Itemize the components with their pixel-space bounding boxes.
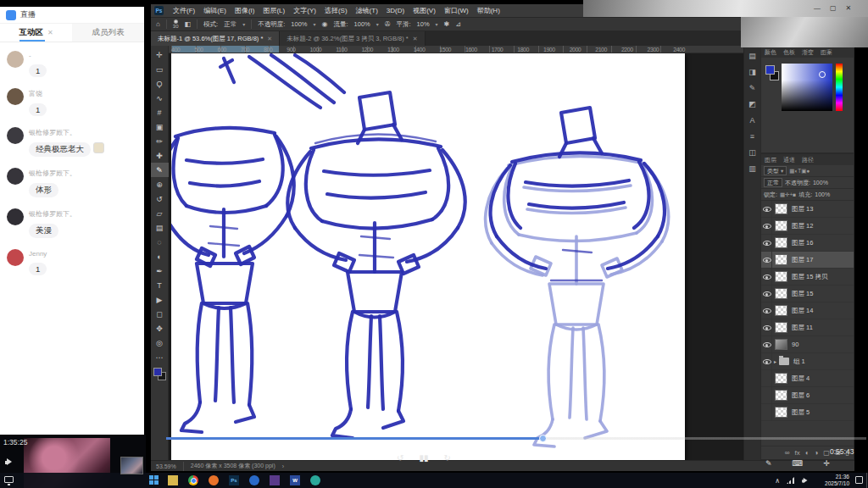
panel-tab[interactable]: 通道 [780, 154, 798, 165]
brush-angle-icon[interactable]: ⊿ [455, 20, 461, 28]
airbrush-icon[interactable]: ✇ [385, 20, 391, 28]
layer-row[interactable]: ▸ 90 [761, 336, 854, 353]
video-progress-bar[interactable] [166, 437, 866, 440]
collapsed-panel-icon-3[interactable]: ✎ [749, 85, 756, 92]
fill-value[interactable]: 100% [815, 191, 830, 197]
panel-tab[interactable]: 渐变 [798, 47, 817, 58]
home-icon[interactable]: ⌂ [156, 20, 160, 28]
filter-kind-icon[interactable]: ● [806, 168, 810, 174]
visibility-toggle[interactable] [761, 387, 772, 404]
panel-tab[interactable]: 图案 [817, 47, 836, 58]
visibility-toggle[interactable] [761, 235, 772, 252]
taskbar-app-word[interactable]: W [290, 475, 300, 485]
taskbar-app-edge[interactable] [249, 475, 259, 485]
taskbar-app-purple[interactable] [270, 475, 280, 485]
layer-row[interactable]: ▸ 图层 14 [761, 302, 854, 319]
avatar[interactable] [7, 127, 24, 144]
visibility-toggle[interactable] [761, 201, 772, 218]
blend-mode-dropdown[interactable]: 正常 [764, 178, 782, 187]
avatar[interactable] [7, 51, 24, 68]
tray-expand-icon[interactable]: ∧ [775, 477, 780, 485]
taskbar-clock[interactable]: 21:36 2025/7/10 [825, 474, 849, 487]
tool-clone-stamp[interactable]: ⊕ [151, 177, 169, 191]
minimize-button[interactable]: — [814, 5, 821, 12]
menu-item[interactable]: 文字(Y) [289, 4, 320, 17]
layer-row[interactable]: ▸ 组 1 [761, 353, 854, 370]
tool-crop[interactable]: # [151, 105, 169, 119]
foreground-color-swatch[interactable] [765, 65, 775, 75]
overlay-pen-icon[interactable]: ✎ [765, 459, 772, 468]
tool-quick-select[interactable]: ∿ [151, 91, 169, 105]
hue-slider[interactable] [836, 64, 843, 111]
layer-row[interactable]: ▸ 图层 13 [761, 201, 854, 218]
menu-item[interactable]: 文件(F) [169, 4, 199, 17]
close-button[interactable]: ✕ [846, 5, 852, 12]
avatar[interactable] [7, 249, 24, 266]
panel-fg-bg-swatches[interactable] [765, 64, 778, 111]
layer-row[interactable]: ▸ 图层 6 [761, 387, 854, 404]
tab-interaction[interactable]: 互动区 ✕ [0, 24, 72, 42]
edit-toolbar-icon[interactable]: ⋯ [151, 350, 169, 364]
taskbar-app-chrome[interactable] [188, 475, 198, 485]
smoothing-value[interactable]: 10% [417, 20, 430, 28]
tool-marquee[interactable]: ▭ [151, 62, 169, 76]
tool-pen[interactable]: ✒ [151, 263, 169, 278]
menu-item[interactable]: 选择(S) [320, 4, 352, 17]
collapsed-panel-icon-6[interactable]: ≡ [750, 133, 754, 141]
document-tab[interactable]: 未标题-2 @ 36.2%(图层 3 拷贝 3, RGB/8) * ✕ [280, 31, 425, 46]
tool-frame[interactable]: ▣ [151, 119, 169, 134]
link-layers-icon[interactable]: ∞ [785, 450, 790, 457]
layer-mask-icon[interactable]: ◐ [805, 450, 810, 457]
group-expand-icon[interactable]: ▸ [774, 358, 776, 364]
tool-move[interactable]: ✛ [151, 47, 169, 62]
menu-item[interactable]: 帮助(H) [473, 4, 504, 17]
tool-healing[interactable]: ✚ [151, 148, 169, 163]
layer-effects-icon[interactable]: fx [794, 450, 799, 457]
visibility-toggle[interactable] [761, 286, 772, 302]
menu-item[interactable]: 3D(D) [382, 4, 409, 17]
tool-eraser[interactable]: ▱ [151, 206, 169, 220]
taskbar-app-photoshop[interactable]: Ps [229, 475, 239, 485]
panel-tab[interactable]: 路径 [798, 154, 817, 165]
display-icon[interactable] [4, 476, 14, 483]
rewind-button[interactable]: ↺ [397, 453, 403, 463]
collapsed-panel-icon-4[interactable]: ◩ [748, 101, 756, 108]
tool-history-brush[interactable]: ↺ [151, 191, 169, 206]
foreground-background-swatches[interactable] [153, 368, 166, 380]
tool-gradient[interactable]: ▤ [151, 220, 169, 235]
chevron-down-icon[interactable]: ▾ [313, 21, 315, 27]
filter-type-dropdown[interactable]: 类型 ▾ [764, 166, 787, 175]
layer-row[interactable]: ▸ 图层 15 [761, 286, 854, 302]
visibility-toggle[interactable] [761, 302, 772, 319]
chevron-down-icon[interactable]: ▾ [436, 21, 438, 27]
progress-handle[interactable] [539, 435, 547, 442]
taskbar-app-explorer[interactable] [168, 475, 178, 485]
opacity-value[interactable]: 100% [291, 20, 307, 28]
tool-shape[interactable]: ◻ [151, 307, 169, 321]
visibility-toggle[interactable] [761, 404, 772, 421]
layer-row[interactable]: ▸ 图层 15 拷贝 [761, 269, 854, 286]
network-icon[interactable] [787, 477, 794, 484]
chevron-down-icon[interactable]: ▾ [376, 21, 379, 27]
avatar[interactable] [7, 88, 24, 105]
zoom-level[interactable]: 53.59% [156, 463, 176, 469]
action-center-icon[interactable] [855, 476, 863, 484]
pressure-opacity-icon[interactable]: ◉ [322, 20, 328, 28]
tool-lasso[interactable]: Ϙ [151, 76, 169, 91]
layer-row[interactable]: ▸ 图层 12 [761, 218, 854, 235]
tool-brush[interactable]: ✎ [151, 163, 169, 177]
tab-member-list[interactable]: 成员列表 [72, 24, 144, 42]
tool-type[interactable]: T [151, 278, 169, 292]
smoothing-gear-icon[interactable]: ✱ [444, 20, 450, 28]
tool-hand[interactable]: ✥ [151, 321, 169, 336]
collapsed-panel-icon-5[interactable]: A [749, 117, 754, 125]
layer-row[interactable]: ▸ 图层 11 [761, 319, 854, 336]
menu-item[interactable]: 滤镜(T) [352, 4, 382, 17]
panel-tab[interactable]: 色板 [780, 47, 798, 58]
document-tab[interactable]: 未标题-1 @ 53.6%(图层 17, RGB/8) * ✕ [151, 31, 280, 46]
taskbar-app-teal[interactable] [310, 475, 320, 485]
toggle-panel-icon[interactable]: ◧ [185, 20, 192, 28]
status-chevron-icon[interactable]: › [282, 463, 284, 469]
visibility-toggle[interactable] [761, 353, 772, 370]
pause-button[interactable]: ▮▮ [419, 453, 428, 463]
